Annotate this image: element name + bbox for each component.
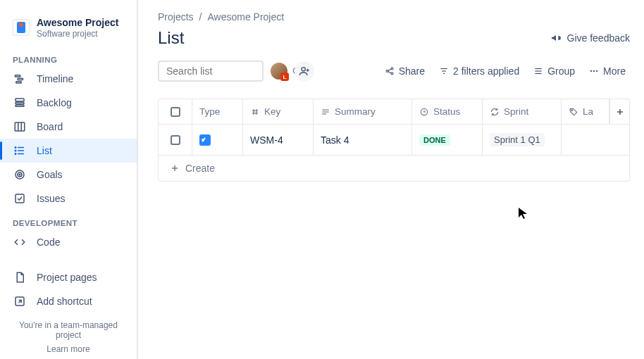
col-header-sprint[interactable]: Sprint bbox=[483, 99, 562, 124]
add-column-button[interactable] bbox=[609, 99, 629, 124]
footer-learn-more-link[interactable]: Learn more bbox=[8, 344, 128, 354]
share-label: Share bbox=[399, 65, 425, 77]
main-content: Projects / Awesome Project List Give fee… bbox=[138, 0, 644, 359]
list-icon bbox=[13, 144, 27, 158]
col-header-key[interactable]: Key bbox=[243, 99, 314, 124]
sidebar-item-board[interactable]: Board bbox=[0, 115, 137, 139]
add-person-button[interactable] bbox=[295, 61, 314, 81]
filter-icon bbox=[439, 66, 449, 76]
svg-point-14 bbox=[15, 153, 16, 155]
svg-rect-5 bbox=[16, 105, 24, 106]
col-header-status[interactable]: Status bbox=[412, 99, 483, 124]
sidebar-item-code[interactable]: Code bbox=[0, 230, 137, 254]
plus-icon bbox=[170, 163, 180, 173]
svg-line-28 bbox=[388, 69, 391, 70]
row-la[interactable] bbox=[562, 125, 629, 155]
sidebar-item-label: List bbox=[37, 145, 52, 156]
create-label: Create bbox=[185, 163, 215, 174]
more-icon bbox=[589, 66, 599, 76]
filters-button[interactable]: 2 filters applied bbox=[435, 63, 524, 80]
breadcrumb-current[interactable]: Awesome Project bbox=[207, 11, 284, 23]
sidebar-item-label: Goals bbox=[37, 169, 63, 180]
page-title: List bbox=[158, 28, 184, 48]
row-summary[interactable]: Task 4 bbox=[314, 125, 412, 155]
svg-rect-4 bbox=[16, 102, 24, 103]
sidebar-item-project-pages[interactable]: Project pages bbox=[0, 265, 137, 289]
svg-point-22 bbox=[302, 68, 305, 71]
row-status[interactable]: DONE bbox=[412, 125, 483, 155]
goals-icon bbox=[13, 168, 27, 182]
issues-icon bbox=[13, 191, 27, 206]
sidebar-item-list[interactable]: List bbox=[0, 139, 137, 163]
create-issue-button[interactable]: Create bbox=[159, 156, 629, 181]
svg-point-13 bbox=[15, 150, 16, 151]
share-icon bbox=[385, 66, 395, 76]
code-icon bbox=[13, 235, 27, 249]
summary-icon bbox=[321, 107, 330, 117]
sidebar-item-issues[interactable]: Issues bbox=[0, 187, 137, 210]
plus-icon bbox=[615, 107, 625, 117]
table-row[interactable]: WSM-4 Task 4 DONE Sprint 1 Q1 bbox=[159, 125, 629, 156]
checkbox-icon bbox=[171, 135, 180, 145]
user-avatar[interactable]: L bbox=[269, 61, 289, 81]
sidebar-item-timeline[interactable]: Timeline bbox=[0, 67, 137, 91]
col-header-checkbox[interactable] bbox=[159, 99, 192, 124]
avatar-badge: L bbox=[280, 73, 289, 81]
svg-point-17 bbox=[19, 174, 20, 175]
sidebar-item-label: Issues bbox=[37, 193, 65, 204]
svg-rect-2 bbox=[16, 82, 22, 83]
col-header-summary[interactable]: Summary bbox=[314, 99, 412, 124]
group-label: Group bbox=[547, 65, 575, 77]
shortcut-icon bbox=[13, 294, 27, 308]
checkbox-icon bbox=[171, 107, 180, 117]
svg-rect-3 bbox=[16, 99, 24, 101]
project-header[interactable]: Awesome Project Software project bbox=[0, 11, 137, 47]
backlog-icon bbox=[13, 96, 27, 110]
svg-point-37 bbox=[593, 70, 595, 72]
task-type-icon bbox=[199, 134, 211, 146]
svg-rect-6 bbox=[15, 122, 25, 131]
row-checkbox[interactable] bbox=[159, 125, 192, 155]
table-header-row: Type Key Summary Status Sprint La bbox=[159, 99, 629, 125]
row-type[interactable] bbox=[192, 125, 243, 155]
status-badge: DONE bbox=[419, 134, 450, 146]
col-header-type[interactable]: Type bbox=[192, 99, 243, 124]
share-button[interactable]: Share bbox=[380, 63, 429, 80]
status-icon bbox=[419, 107, 429, 117]
footer-text: You're in a team-managed project bbox=[19, 320, 118, 340]
timeline-icon bbox=[13, 72, 27, 86]
breadcrumb-root[interactable]: Projects bbox=[158, 11, 194, 23]
project-name: Awesome Project bbox=[37, 17, 118, 29]
sidebar-item-label: Board bbox=[37, 121, 63, 132]
sidebar-footer: You're in a team-managed project Learn m… bbox=[0, 313, 137, 359]
group-button[interactable]: Group bbox=[529, 63, 579, 80]
row-key[interactable]: WSM-4 bbox=[243, 125, 314, 155]
svg-line-29 bbox=[388, 72, 391, 73]
sprint-badge: Sprint 1 Q1 bbox=[490, 133, 545, 146]
toolbar: L Share 2 filters applied Group bbox=[158, 61, 630, 82]
breadcrumb-separator: / bbox=[199, 11, 202, 23]
sidebar-item-add-shortcut[interactable]: Add shortcut bbox=[0, 289, 137, 313]
sidebar-item-backlog[interactable]: Backlog bbox=[0, 91, 137, 115]
svg-rect-1 bbox=[18, 78, 23, 80]
row-sprint[interactable]: Sprint 1 Q1 bbox=[483, 125, 562, 155]
section-development-label: DEVELOPMENT bbox=[0, 210, 137, 230]
sidebar-item-goals[interactable]: Goals bbox=[0, 163, 137, 187]
group-icon bbox=[533, 66, 543, 76]
search-input-wrapper[interactable] bbox=[158, 61, 264, 82]
sidebar-item-label: Project pages bbox=[37, 272, 97, 283]
megaphone-icon bbox=[550, 32, 562, 44]
svg-point-38 bbox=[596, 70, 597, 72]
page-icon bbox=[13, 270, 27, 284]
sidebar-item-label: Add shortcut bbox=[37, 296, 92, 307]
more-button[interactable]: More bbox=[585, 63, 630, 80]
give-feedback-button[interactable]: Give feedback bbox=[550, 32, 631, 44]
hash-icon bbox=[250, 107, 260, 117]
section-planning-label: PLANNING bbox=[0, 47, 137, 67]
col-header-la[interactable]: La bbox=[562, 99, 609, 124]
board-icon bbox=[13, 120, 27, 134]
label-icon bbox=[569, 107, 578, 117]
breadcrumb: Projects / Awesome Project bbox=[158, 11, 630, 23]
svg-rect-18 bbox=[16, 194, 24, 203]
sidebar-item-label: Code bbox=[37, 237, 60, 248]
